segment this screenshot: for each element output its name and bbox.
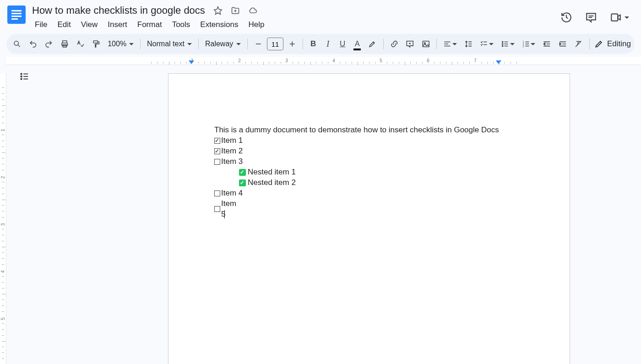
font-size-input[interactable]: 11 bbox=[267, 38, 283, 50]
svg-point-7 bbox=[502, 43, 503, 44]
menu-edit[interactable]: Edit bbox=[53, 18, 75, 31]
paint-format-icon[interactable] bbox=[89, 37, 103, 51]
menu-tools[interactable]: Tools bbox=[168, 18, 195, 31]
text-color-icon[interactable]: A bbox=[351, 37, 364, 51]
comments-icon[interactable] bbox=[585, 11, 597, 23]
checkbox-icon[interactable] bbox=[214, 206, 220, 212]
redo-icon[interactable] bbox=[42, 37, 56, 51]
paragraph-style-select[interactable]: Normal text bbox=[144, 38, 195, 50]
svg-point-8 bbox=[502, 45, 503, 46]
bulleted-list-icon[interactable] bbox=[498, 37, 517, 51]
menu-help[interactable]: Help bbox=[244, 18, 269, 31]
line-spacing-icon[interactable] bbox=[462, 37, 476, 51]
add-comment-icon[interactable] bbox=[403, 37, 417, 51]
cloud-status-icon[interactable] bbox=[246, 4, 259, 17]
checklist-item[interactable]: Item 4 bbox=[214, 188, 524, 199]
svg-point-12 bbox=[21, 73, 22, 75]
checkbox-icon[interactable] bbox=[239, 179, 246, 186]
history-icon[interactable] bbox=[560, 11, 572, 23]
checkbox-icon[interactable] bbox=[214, 190, 220, 196]
clear-formatting-icon[interactable] bbox=[571, 37, 586, 51]
checklist-item[interactable]: Item 1 bbox=[214, 136, 524, 146]
checkbox-icon[interactable] bbox=[214, 148, 220, 154]
checkbox-icon[interactable] bbox=[214, 138, 220, 144]
horizontal-ruler[interactable]: 1234567 bbox=[6, 57, 641, 65]
numbered-list-icon[interactable]: 123 bbox=[519, 37, 538, 51]
underline-icon[interactable]: U bbox=[336, 37, 349, 51]
docs-logo[interactable] bbox=[7, 5, 26, 24]
vertical-ruler[interactable]: 12345 bbox=[0, 73, 6, 364]
checkbox-icon[interactable] bbox=[214, 159, 220, 165]
undo-icon[interactable] bbox=[26, 37, 40, 51]
svg-point-0 bbox=[14, 41, 18, 45]
outline-toggle-icon[interactable] bbox=[19, 71, 29, 364]
nested-checklist-item[interactable]: Nested item 2 bbox=[214, 178, 524, 188]
font-size-decrease[interactable] bbox=[251, 37, 266, 51]
menu-file[interactable]: File bbox=[30, 18, 52, 31]
link-icon[interactable] bbox=[387, 37, 402, 51]
checkbox-icon[interactable] bbox=[239, 169, 246, 176]
document-title[interactable]: How to make checklists in google docs bbox=[30, 4, 207, 17]
highlight-icon[interactable] bbox=[365, 37, 380, 51]
svg-point-14 bbox=[21, 78, 22, 80]
zoom-select[interactable]: 100% bbox=[105, 38, 136, 50]
doc-intro[interactable]: This is a dummy document to demonstrate … bbox=[214, 125, 524, 136]
indent-decrease-icon[interactable] bbox=[540, 37, 554, 51]
font-family-select[interactable]: Raleway bbox=[202, 38, 244, 50]
bold-icon[interactable]: B bbox=[307, 37, 320, 51]
checklist-item[interactable]: Item 5 bbox=[214, 199, 524, 220]
move-icon[interactable] bbox=[229, 4, 242, 17]
star-icon[interactable] bbox=[212, 4, 224, 17]
svg-rect-3 bbox=[93, 41, 98, 43]
menu-extensions[interactable]: Extensions bbox=[196, 18, 243, 31]
svg-point-6 bbox=[502, 41, 503, 42]
editing-mode-button[interactable]: Editing bbox=[594, 39, 631, 49]
toolbar: 100% Normal text Raleway 11 B I U A 123 bbox=[6, 34, 635, 54]
align-icon[interactable] bbox=[440, 37, 460, 51]
insert-image-icon[interactable] bbox=[419, 37, 433, 51]
menu-insert[interactable]: Insert bbox=[103, 18, 132, 31]
meet-icon[interactable] bbox=[610, 11, 629, 23]
indent-increase-icon[interactable] bbox=[556, 37, 570, 51]
menu-view[interactable]: View bbox=[76, 18, 103, 31]
document-page[interactable]: This is a dummy document to demonstrate … bbox=[168, 73, 570, 364]
checklist-item[interactable]: Item 2 bbox=[214, 146, 524, 157]
menu-format[interactable]: Format bbox=[133, 18, 167, 31]
italic-icon[interactable]: I bbox=[321, 37, 334, 51]
svg-point-13 bbox=[21, 76, 22, 77]
print-icon[interactable] bbox=[58, 37, 72, 51]
svg-rect-4 bbox=[423, 41, 429, 47]
checklist-icon[interactable] bbox=[477, 37, 496, 51]
menubar: File Edit View Insert Format Tools Exten… bbox=[30, 18, 556, 31]
font-size-increase[interactable] bbox=[285, 37, 299, 51]
checklist-item[interactable]: Item 3 bbox=[214, 157, 524, 167]
spellcheck-icon[interactable] bbox=[73, 37, 87, 51]
svg-text:3: 3 bbox=[522, 45, 524, 48]
search-icon[interactable] bbox=[10, 37, 24, 51]
nested-checklist-item[interactable]: Nested item 1 bbox=[214, 167, 524, 178]
